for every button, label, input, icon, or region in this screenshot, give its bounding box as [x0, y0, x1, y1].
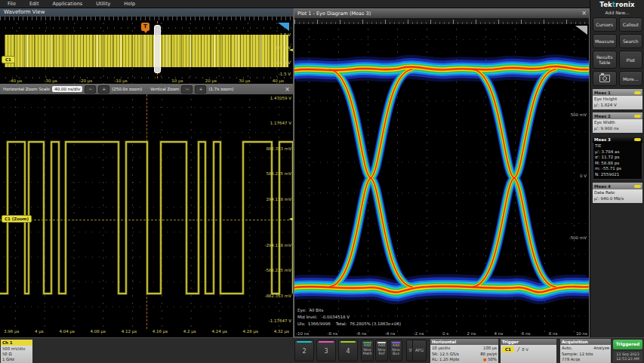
measure-button[interactable]: Measure [593, 34, 617, 48]
add-new-bus-button[interactable]: AddNewBus [390, 340, 402, 361]
zoom-y-label: 882.353 mV [266, 146, 291, 151]
menu-help[interactable]: Help [124, 1, 135, 7]
trigger-source-pill: C1 [502, 346, 514, 352]
zoom-y-label: 588.235 mV [266, 171, 291, 176]
eye-footer-line: Mid level: -0.0034518 V [297, 314, 401, 320]
zoom-ground-marker-icon: ◄ [289, 217, 293, 222]
trigger-status-button[interactable]: Triggered [613, 340, 642, 349]
v-zoom-out-button[interactable]: − [181, 85, 193, 94]
sidebar-button-grid: Cursors Callout Measure Search Results T… [593, 17, 642, 86]
cursors-button[interactable]: Cursors [593, 17, 617, 32]
afg-button[interactable]: AFG [412, 340, 427, 361]
tektronix-logo: Tektronix [590, 1, 644, 8]
horizontal-badge[interactable]: Horizontal 10 μs/div100 μs SR: 12.5 GS/s… [430, 339, 498, 363]
eye-diagram-title[interactable]: Plot 1 - Eye Diagram (Meas 3) [294, 9, 589, 18]
zoom-y-label: -1.17647 V [269, 318, 291, 323]
menu-file[interactable]: File [8, 1, 16, 7]
eye-y-label: -500 mV [569, 235, 587, 240]
add-new-math-button[interactable]: AddNewMath [361, 340, 374, 361]
results-table-button[interactable]: Results Table [593, 51, 617, 69]
trigger-badge-header: Trigger [501, 339, 556, 345]
zoom-window-handle[interactable] [154, 25, 161, 73]
trigger-position-icon[interactable]: T [141, 23, 149, 31]
v-zoom-label: Vertical Zoom [150, 87, 179, 91]
zoom-close-icon[interactable]: × [285, 86, 290, 93]
meas1-value: μ': 1.824 V [594, 103, 641, 109]
zoom-x-label: 4.04 μs [59, 329, 74, 337]
zoom-y-label: 294.118 mV [266, 197, 291, 201]
add-new-ref-button[interactable]: AddNewRef [375, 340, 388, 361]
menubar: File Edit Applications Utility Help [0, 0, 590, 8]
h-zoom-in-button[interactable]: + [98, 85, 109, 94]
h-zoom-scale-value[interactable]: 40.00 ns/div [52, 86, 82, 92]
close-icon[interactable]: × [581, 9, 587, 18]
search-button[interactable]: Search [619, 34, 643, 48]
eye-diagram-plot[interactable]: 500 mV 0 V -500 mV Eye: All BitsMid leve… [294, 24, 589, 337]
more-button[interactable]: More... [619, 71, 643, 86]
meas2-source-pill [634, 115, 641, 118]
eye-footer-readout: Eye: All BitsMid level: -0.0034518 VUIs:… [297, 307, 401, 327]
meas2-badge[interactable]: Meas 2 Eye Width μ': 9.900 ns [593, 112, 642, 133]
meas3-source-pill [634, 138, 641, 141]
channel2-button[interactable]: 2 [294, 340, 314, 361]
menu-edit[interactable]: Edit [29, 1, 39, 7]
meas3-value: m: -55.71 ps [595, 166, 640, 172]
eye-x-label: 4 ns [495, 331, 504, 336]
meas1-name: Eye Height [594, 97, 641, 103]
meas3-value: σ': 11.72 ps [595, 155, 640, 161]
overview-y-label: 1.5 V [280, 32, 291, 37]
zoom-x-label: 4.24 μs [211, 329, 226, 337]
zoom-y-label: 1.47059 V [270, 96, 291, 100]
overview-x-label: 30 μs [239, 78, 250, 83]
horizontal-badge-header: Horizontal [430, 339, 498, 345]
channel4-color-stripe [340, 341, 356, 343]
channel3-button[interactable]: 3 [316, 340, 336, 361]
meas3-value: N: 2559021 [595, 172, 640, 178]
eye-x-label: -6 ns [356, 331, 367, 336]
eye-x-label: 2 ns [467, 331, 476, 336]
meas1-badge[interactable]: Meas 1 Eye Height μ': 1.824 V [593, 89, 642, 109]
position-dot-icon: ● [483, 357, 487, 361]
meas3-value: μ': 3.784 as [595, 149, 640, 155]
callout-button[interactable]: Callout [619, 17, 643, 32]
horizontal-scale: 10 μs/div [432, 346, 450, 352]
zoom-x-label: 4.16 μs [153, 329, 168, 337]
meas3-name: TIE [595, 143, 640, 149]
eye-x-label: -4 ns [385, 331, 396, 336]
meas4-badge[interactable]: Meas 4 Data Rate μ': 940.0 Mb/s [593, 183, 642, 203]
acquisition-bits: Sample: 12 bits [562, 352, 593, 358]
meas3-badge[interactable]: Meas 3 TIE μ': 3.784 as σ': 11.72 ps M: … [593, 136, 642, 180]
right-sidebar: Tektronix Add New... Cursors Callout Mea… [590, 0, 644, 337]
channel1-badge[interactable]: Ch 1 500 mV/div 50 Ω 1 GHz [1, 340, 32, 363]
trigger-level: 0 V [522, 346, 528, 352]
menu-utility[interactable]: Utility [96, 1, 110, 7]
h-zoom-scale-label: Horizontal Zoom Scale [3, 87, 50, 91]
overview-channel-tag[interactable]: C1 [2, 56, 15, 63]
zoom-y-label: -294.118 mV [264, 243, 291, 248]
datetime-readout: 13 Sep 2023 12:53:23 AM [613, 351, 642, 362]
menu-applications[interactable]: Applications [52, 1, 82, 7]
add-new-label: Add New... [590, 10, 644, 15]
trigger-slope-icon: / [517, 346, 519, 352]
eye-diagram-trace [294, 24, 589, 337]
zoom-y-label: -588.235 mV [264, 268, 291, 272]
h-zoom-out-button[interactable]: − [85, 85, 96, 94]
v-zoom-in-button[interactable]: + [195, 85, 206, 94]
trigger-level-icon[interactable] [278, 23, 289, 31]
overview-y-label: -500 mV [273, 60, 291, 65]
plot-button[interactable]: Plot [619, 51, 643, 69]
h-zoom-factor: (250.0x zoom) [112, 87, 142, 91]
channel1-badge-header: Ch 1 [1, 340, 32, 346]
resize-handle-icon[interactable] [575, 26, 587, 35]
zoomed-waveform-plot[interactable]: 1.47059 V1.17647 V882.353 mV588.235 mV29… [0, 94, 293, 329]
channel1-zoom-badge[interactable]: C1 (Zoom) [2, 215, 32, 223]
screenshot-button[interactable] [593, 71, 617, 86]
zoom-x-label: 3.96 μs [4, 329, 19, 337]
waveform-overview[interactable]: T C1 1.5 V 500 mV -500 mV -1.5 V ◄ -40 μ… [0, 17, 293, 84]
acquisition-badge[interactable]: Acquisition Auto,Analyze Sample: 12 bits… [560, 339, 611, 363]
overview-x-label: -30 μs [44, 78, 57, 83]
eye-diagram-ruler [294, 18, 589, 24]
zoom-x-label: 4.12 μs [122, 329, 137, 337]
channel4-button[interactable]: 4 [338, 340, 358, 361]
trigger-badge[interactable]: Trigger C1 / 0 V [501, 339, 556, 363]
